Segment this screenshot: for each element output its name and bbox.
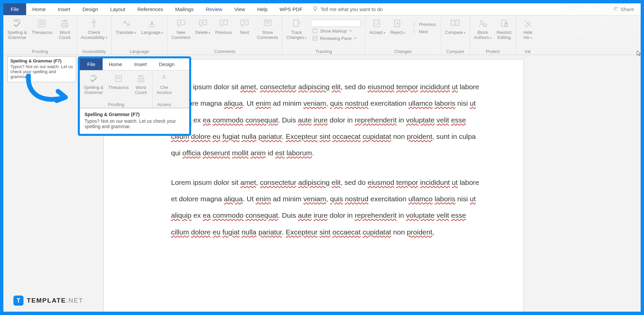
reject-label: Reject (390, 30, 405, 35)
tab-help[interactable]: Help (251, 3, 274, 15)
prev-comment-button[interactable]: Previous (213, 17, 234, 36)
tracking-dropdowns: Show Markup Reviewing Pane (309, 17, 363, 42)
block-authors-button[interactable]: Block Authors (472, 17, 494, 41)
translate-label: Translate (116, 30, 137, 35)
tabs-bar: File Home Insert Design Layout Reference… (3, 3, 641, 15)
svg-rect-16 (293, 20, 298, 27)
next-comment-icon (238, 17, 251, 30)
tab-references[interactable]: References (131, 3, 169, 15)
accept-button[interactable]: Accept (367, 17, 387, 36)
restrict-editing-button[interactable]: Restrict Editing (494, 17, 514, 41)
reviewing-pane-icon (312, 35, 318, 41)
group-accessibility: Check Accessibility Accessibility (77, 15, 112, 55)
show-markup-label: Show Markup (320, 29, 346, 34)
next-change-icon (411, 29, 417, 35)
tab-layout[interactable]: Layout (104, 3, 131, 15)
paragraph-1: Lorem ipsum dolor sit amet, consectetur … (171, 78, 483, 161)
group-compare: Compare Compare (441, 15, 470, 55)
thesaurus-button[interactable]: Thesaurus (30, 17, 54, 36)
inset-thesaurus-button[interactable]: Thesaurus (106, 72, 131, 91)
group-protect: Block Authors Restrict Editing Protect (470, 15, 516, 55)
track-changes-button[interactable]: Track Changes (284, 17, 309, 41)
next-comment-button[interactable]: Next (235, 17, 254, 36)
inset-tab-home[interactable]: Home (103, 58, 128, 70)
svg-rect-20 (374, 20, 379, 27)
group-changes: Accept Reject Previous Next (365, 15, 441, 55)
inset-access-label: Che Accessi (157, 85, 172, 95)
restrict-editing-icon (498, 17, 510, 30)
tab-home[interactable]: Home (26, 3, 52, 15)
inset-tab-insert[interactable]: Insert (128, 58, 153, 70)
svg-rect-22 (451, 20, 454, 25)
inset-tooltip-body: Typos? Not on our watch. Let us check yo… (85, 118, 184, 129)
inset-wordcount-button[interactable]: ABC123 Word Count (131, 72, 150, 96)
reviewing-pane-button[interactable]: Reviewing Pane (311, 35, 362, 42)
svg-rect-2 (39, 20, 45, 27)
block-authors-label: Block Authors (474, 30, 492, 40)
svg-text:ABC: ABC (62, 19, 68, 22)
group-label-comments: Comments (169, 48, 280, 55)
changes-next-button[interactable]: Next (410, 28, 437, 35)
compare-icon (449, 17, 461, 30)
svg-text:123: 123 (139, 79, 143, 81)
inset-group-label-access: Access (155, 101, 174, 108)
changes-previous-label: Previous (419, 22, 436, 27)
new-comment-label: New Comment (171, 30, 190, 40)
show-comments-button[interactable]: Show Comments (255, 17, 280, 41)
group-tracking: Track Changes Show Markup Reviewing Pane (282, 15, 365, 55)
inset-access-button[interactable]: Che Accessi (155, 72, 174, 96)
group-comments: New Comment Delete Previous Next (167, 15, 282, 55)
inset-group-label-proofing: Proofing (82, 101, 150, 108)
tab-design[interactable]: Design (76, 3, 104, 15)
callout-arrow-icon (22, 74, 75, 111)
language-button[interactable]: A Language (139, 17, 165, 36)
tab-review[interactable]: Review (200, 3, 228, 15)
track-changes-icon (290, 17, 303, 30)
group-label-compare: Compare (443, 48, 468, 55)
tab-file[interactable]: File (3, 3, 26, 15)
svg-text:ABC: ABC (91, 74, 97, 77)
svg-point-24 (480, 20, 483, 23)
ribbon: ABC Spelling & Grammar Thesaurus ABC123 (3, 15, 641, 55)
compare-button[interactable]: Compare (443, 17, 468, 36)
inset-access-icon (158, 72, 170, 85)
delete-comment-button[interactable]: Delete (193, 17, 213, 36)
svg-rect-17 (313, 29, 317, 33)
delete-label: Delete (195, 30, 211, 35)
spelling-label: Spelling & Grammar (7, 30, 27, 40)
word-count-button[interactable]: ABC123 Word Count (55, 17, 74, 41)
translate-icon: aあ (120, 17, 132, 30)
spelling-grammar-button[interactable]: ABC Spelling & Grammar (5, 17, 29, 41)
tab-view[interactable]: View (228, 3, 251, 15)
inset-tab-design[interactable]: Design (153, 58, 181, 70)
display-for-review-combo[interactable] (311, 19, 361, 27)
group-label-proofing: Proofing (5, 48, 74, 55)
reject-button[interactable]: Reject (388, 17, 408, 36)
changes-previous-button[interactable]: Previous (410, 21, 437, 28)
inset-spelling-label: Spelling & Grammar (84, 85, 104, 95)
svg-text:A: A (150, 21, 154, 27)
template-net-watermark: T TEMPLATE.NET (13, 296, 83, 306)
cursor-icon (637, 50, 641, 58)
group-label-changes: Changes (367, 48, 438, 55)
tab-mailings[interactable]: Mailings (169, 3, 200, 15)
template-logo-icon: T (13, 296, 23, 306)
tell-me-search[interactable]: Tell me what you want to do (309, 6, 387, 12)
accessibility-icon (88, 17, 100, 30)
spelling-check-icon: ABC (11, 17, 23, 30)
group-proofing: ABC Spelling & Grammar Thesaurus ABC123 (3, 15, 77, 55)
tab-wps-pdf[interactable]: WPS PDF (274, 3, 309, 15)
check-accessibility-button[interactable]: Check Accessibility (79, 17, 109, 41)
inset-tab-file[interactable]: File (80, 58, 103, 70)
new-comment-button[interactable]: New Comment (169, 17, 192, 41)
hide-ink-button[interactable]: Hide Ink (518, 17, 538, 41)
callout-inset: File Home Insert Design ABC Spelling & G… (78, 56, 191, 136)
inset-spelling-button[interactable]: ABC Spelling & Grammar (82, 72, 106, 96)
tab-insert[interactable]: Insert (52, 3, 76, 15)
group-label-language: Language (114, 48, 165, 55)
word-count-icon: ABC123 (59, 17, 71, 30)
show-markup-button[interactable]: Show Markup (311, 28, 362, 34)
translate-button[interactable]: aあ Translate (114, 17, 139, 36)
svg-text:ABC: ABC (138, 74, 144, 77)
svg-point-37 (163, 75, 165, 77)
